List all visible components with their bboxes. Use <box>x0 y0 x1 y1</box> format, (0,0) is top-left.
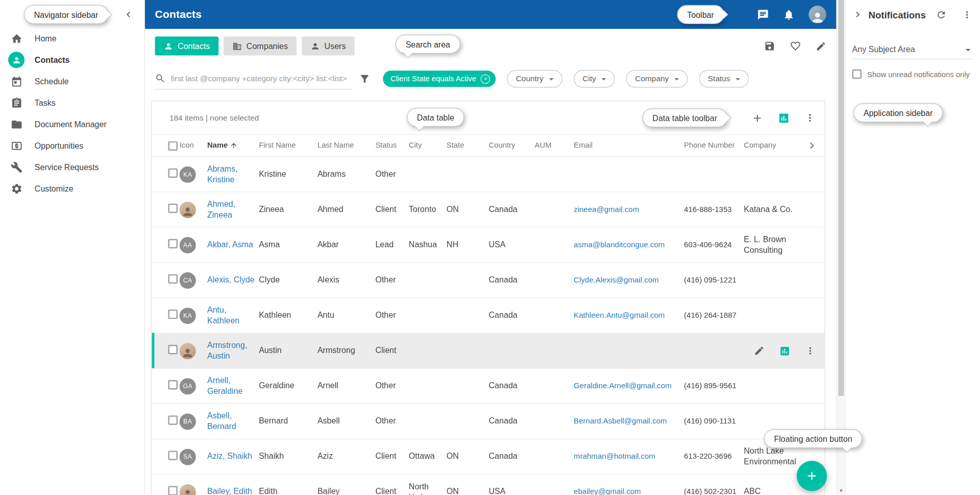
row-checkbox[interactable] <box>152 203 179 216</box>
tab-companies[interactable]: Companies <box>224 37 297 56</box>
column-header-icon[interactable]: Icon <box>180 140 207 150</box>
sidebar-item-tasks[interactable]: Tasks <box>0 92 144 113</box>
column-header-country[interactable]: Country <box>489 140 535 150</box>
row-checkbox[interactable] <box>152 451 179 463</box>
column-header-last-name[interactable]: Last Name <box>317 140 376 150</box>
contact-name-link[interactable]: Aziz, Shaikh <box>207 452 252 461</box>
contact-name-link[interactable]: Antu, Kathleen <box>207 305 239 325</box>
select-all-checkbox[interactable] <box>152 141 179 151</box>
search-input[interactable] <box>170 74 353 83</box>
expand-columns-button[interactable] <box>805 139 824 152</box>
contact-name-link[interactable]: Bailey, Edith <box>207 487 252 495</box>
sidebar-item-opportunities[interactable]: Opportunities <box>0 135 144 156</box>
filter-dropdown-city[interactable]: City <box>574 70 615 88</box>
contact-name-link[interactable]: Alexis, Clyde <box>207 275 255 285</box>
chart-view-button[interactable] <box>778 112 790 124</box>
save-button[interactable] <box>764 40 775 52</box>
table-row[interactable]: Ahmed, ZineeaZineeaAhmedClientTorontoONC… <box>152 192 824 227</box>
table-row[interactable]: SAAziz, ShaikhShaikhAzizClientOttawaONCa… <box>152 439 824 475</box>
add-contact-fab[interactable] <box>797 461 827 491</box>
table-row[interactable]: AAAkbar, AsmaAsmaAkbarLeadNashuaNHUSAasm… <box>152 227 824 263</box>
contact-name-link[interactable]: Arnell, Geraldine <box>207 375 243 395</box>
table-row[interactable]: Armstrong, AustinAustinArmstrongClient <box>152 334 824 369</box>
email-link[interactable]: asma@blanditcongue.com <box>574 240 665 249</box>
contact-name-link[interactable]: Abrams, Kristine <box>207 163 238 183</box>
contact-name-link[interactable]: Ahmed, Zineea <box>207 199 235 219</box>
sidebar-item-schedule[interactable]: Schedule <box>0 70 144 92</box>
status-cell: Other <box>375 381 408 391</box>
email-link[interactable]: Bernard.Asbell@gmail.com <box>574 416 667 425</box>
table-row[interactable]: Bailey, EdithEdithBaileyClientNorth York… <box>152 475 824 495</box>
user-avatar[interactable] <box>808 6 826 23</box>
table-row[interactable]: BAAsbell, BernardBernardAsbellOtherCanad… <box>152 404 824 439</box>
column-header-city[interactable]: City <box>409 140 447 150</box>
column-header-company[interactable]: Company <box>744 140 805 150</box>
search-input-wrapper[interactable] <box>155 68 353 89</box>
email-link[interactable]: ebailey@gmail.com <box>574 487 641 495</box>
row-more-button[interactable] <box>805 345 816 356</box>
checkbox-icon[interactable] <box>852 69 862 79</box>
edit-row-button[interactable] <box>754 345 765 356</box>
row-checkbox[interactable] <box>152 486 179 495</box>
row-checkbox[interactable] <box>152 380 179 393</box>
column-header-phone-number[interactable]: Phone Number <box>684 140 744 150</box>
scrollbar-thumb[interactable] <box>838 0 844 396</box>
sidebar-item-contacts[interactable]: Contacts <box>0 49 144 70</box>
column-header-name[interactable]: Name <box>207 140 259 150</box>
filter-dropdown-company[interactable]: Company <box>626 70 688 88</box>
callout-search-area: Search area <box>396 35 460 54</box>
email-link[interactable]: zineea@gmail.com <box>574 204 639 213</box>
email-link[interactable]: Kathleen.Antu@gmail.com <box>574 311 665 319</box>
main-scrollbar[interactable]: ▼ <box>837 0 845 495</box>
chat-button[interactable] <box>757 9 769 20</box>
chip-close-button[interactable] <box>481 74 491 84</box>
row-checkbox[interactable] <box>152 344 179 357</box>
sidebar-item-document-manager[interactable]: Document Manager <box>0 113 144 135</box>
email-cell: Bernard.Asbell@gmail.com <box>574 416 684 427</box>
unread-only-filter[interactable]: Show unread notifications only <box>852 69 974 79</box>
email-link[interactable]: Clyde.Alexis@gmail.com <box>574 275 659 284</box>
column-header-first-name[interactable]: First Name <box>259 140 317 150</box>
filter-dropdown-country[interactable]: Country <box>507 70 562 88</box>
scroll-down-arrow[interactable]: ▼ <box>837 488 845 493</box>
company-cell: ABC <box>744 487 805 495</box>
sidebar-item-service-requests[interactable]: Service Requests <box>0 156 144 178</box>
contact-name-link[interactable]: Armstrong, Austin <box>207 340 247 360</box>
contact-name-link[interactable]: Akbar, Asma <box>207 240 253 249</box>
refresh-button[interactable] <box>936 9 947 20</box>
table-row[interactable]: CAAlexis, ClydeClydeAlexisOtherCanadaCly… <box>152 263 824 298</box>
table-row[interactable]: GAArnell, GeraldineGeraldineArnellOtherC… <box>152 369 824 404</box>
sidebar-item-home[interactable]: Home <box>0 28 144 49</box>
row-checkbox[interactable] <box>152 415 179 428</box>
email-cell: asma@blanditcongue.com <box>574 240 684 250</box>
row-checkbox[interactable] <box>152 274 179 287</box>
row-checkbox[interactable] <box>152 168 179 181</box>
collapse-panel-button[interactable] <box>852 9 864 20</box>
email-link[interactable]: mrahman@hotmail.com <box>574 452 655 460</box>
filter-button[interactable] <box>359 73 370 84</box>
row-chart-button[interactable] <box>779 345 790 357</box>
column-header-state[interactable]: State <box>447 140 489 150</box>
table-row[interactable]: KAAbrams, KristineKristineAbramsOther <box>152 157 824 192</box>
email-link[interactable]: Geraldine.Arnell@gmail.com <box>574 381 672 390</box>
column-header-email[interactable]: Email <box>574 140 684 150</box>
filter-dropdown-status[interactable]: Status <box>699 70 749 88</box>
table-row[interactable]: KAAntu, KathleenKathleenAntuOtherCanadaK… <box>152 298 824 334</box>
subject-area-select[interactable]: Any Subject Area <box>852 40 974 59</box>
contact-name-link[interactable]: Asbell, Bernard <box>207 411 236 431</box>
row-checkbox[interactable] <box>152 309 179 322</box>
notifications-menu-button[interactable] <box>962 9 972 20</box>
notifications-bell-button[interactable] <box>783 9 795 20</box>
table-menu-button[interactable] <box>804 112 816 124</box>
collapse-sidebar-button[interactable] <box>123 9 134 20</box>
column-header-status[interactable]: Status <box>375 140 408 150</box>
tab-users[interactable]: Users <box>302 37 355 56</box>
edit-button[interactable] <box>816 41 826 52</box>
favorite-button[interactable] <box>790 40 801 52</box>
active-filter-chip[interactable]: Client State equals Active <box>383 70 496 87</box>
add-item-button[interactable] <box>751 112 763 124</box>
column-header-aum[interactable]: AUM <box>535 140 574 150</box>
row-checkbox[interactable] <box>152 239 179 251</box>
tab-contacts[interactable]: Contacts <box>155 37 219 56</box>
sidebar-item-customize[interactable]: Customize <box>0 178 144 199</box>
